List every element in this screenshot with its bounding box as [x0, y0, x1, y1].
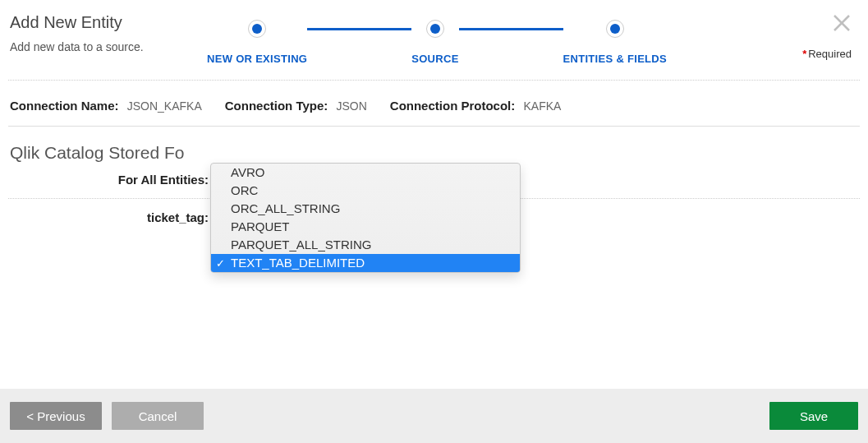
connection-name-label: Connection Name: — [10, 99, 119, 113]
step-dot-icon — [606, 20, 624, 38]
step-dot-icon — [248, 20, 266, 38]
ticket-tag-label: ticket_tag: — [10, 210, 212, 224]
dropdown-option-avro[interactable]: AVRO — [211, 164, 520, 182]
dropdown-option-parquet-all-string[interactable]: PARQUET_ALL_STRING — [211, 236, 520, 254]
for-all-entities-label: For All Entities: — [10, 173, 212, 187]
page-title: Add New Entity — [10, 13, 207, 32]
step-label: NEW OR EXISTING — [207, 53, 307, 65]
step-new-or-existing[interactable]: NEW OR EXISTING — [207, 20, 307, 65]
step-label: SOURCE — [411, 53, 458, 65]
wizard-stepper: NEW OR EXISTING SOURCE ENTITIES & FIELDS — [207, 13, 667, 65]
connection-summary: Connection Name: JSON_KAFKA Connection T… — [0, 81, 868, 126]
step-connector — [459, 28, 563, 30]
close-icon — [832, 13, 852, 33]
cancel-button[interactable]: Cancel — [112, 402, 204, 430]
dropdown-option-text-tab-delimited[interactable]: ✓TEXT_TAB_DELIMITED — [211, 254, 520, 272]
step-entities-fields[interactable]: ENTITIES & FIELDS — [563, 20, 667, 65]
page-subtitle: Add new data to a source. — [10, 40, 207, 53]
close-button[interactable] — [832, 13, 852, 36]
dropdown-option-parquet[interactable]: PARQUET — [211, 218, 520, 236]
step-connector — [307, 28, 411, 30]
connection-protocol-label: Connection Protocol: — [390, 99, 516, 113]
connection-type-label: Connection Type: — [225, 99, 328, 113]
step-dot-icon — [426, 20, 444, 38]
required-indicator: *Required — [802, 48, 852, 60]
connection-name-value: JSON_KAFKA — [127, 99, 202, 113]
connection-type-value: JSON — [336, 99, 366, 113]
footer-bar: < Previous Cancel Save — [0, 389, 868, 443]
connection-protocol-value: KAFKA — [523, 99, 561, 113]
check-icon: ✓ — [216, 256, 225, 272]
format-dropdown[interactable]: AVRO ORC ORC_ALL_STRING PARQUET PARQUET_… — [210, 163, 521, 273]
step-label: ENTITIES & FIELDS — [563, 53, 667, 65]
asterisk-icon: * — [802, 48, 806, 60]
save-button[interactable]: Save — [769, 402, 858, 430]
dropdown-option-orc-all-string[interactable]: ORC_ALL_STRING — [211, 200, 520, 218]
dropdown-option-orc[interactable]: ORC — [211, 182, 520, 200]
step-source[interactable]: SOURCE — [411, 20, 458, 65]
previous-button[interactable]: < Previous — [10, 402, 102, 430]
